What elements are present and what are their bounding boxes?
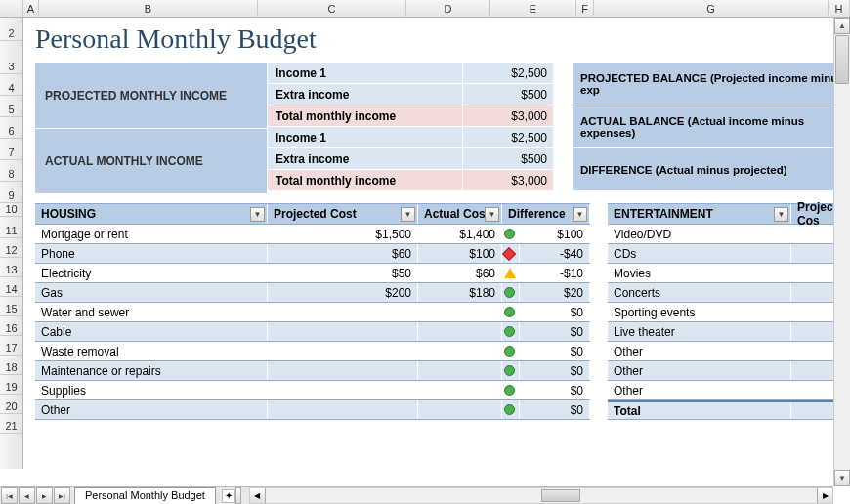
row-head-13[interactable]: 13	[0, 258, 22, 277]
row-head-5[interactable]: 5	[0, 96, 22, 117]
table-row[interactable]: Total	[608, 400, 850, 420]
difference-value[interactable]: $0	[520, 400, 590, 419]
housing-item[interactable]: Cable	[35, 322, 268, 341]
difference-value[interactable]: $0	[520, 361, 590, 380]
scroll-right-button[interactable]: ▶	[817, 488, 832, 503]
housing-item[interactable]: Waste removal	[35, 342, 268, 360]
housing-item[interactable]: Gas	[35, 283, 268, 302]
col-head-D[interactable]: D	[406, 0, 490, 17]
difference-header[interactable]: Difference▼	[502, 204, 590, 224]
actual-2-value[interactable]: $3,000	[463, 170, 553, 190]
actual-cost[interactable]	[418, 381, 502, 399]
housing-item[interactable]: Other	[35, 400, 268, 419]
entertainment-item[interactable]: Sporting events	[608, 303, 791, 321]
entertainment-item[interactable]: Video/DVD	[608, 225, 791, 243]
hscroll-thumb[interactable]	[541, 489, 580, 502]
scroll-up-button[interactable]: ▲	[834, 18, 850, 34]
entertainment-item[interactable]: Concerts	[608, 283, 791, 302]
row-head-16[interactable]: 16	[0, 316, 22, 336]
housing-item[interactable]: Maintenance or repairs	[35, 361, 268, 380]
scroll-left-button[interactable]: ◀	[250, 488, 266, 503]
projected-2-value[interactable]: $3,000	[463, 105, 553, 126]
row-head-20[interactable]: 20	[0, 395, 22, 414]
difference-value[interactable]: $0	[520, 342, 590, 360]
difference-value[interactable]: $0	[520, 303, 590, 321]
col-head-C[interactable]: C	[258, 0, 406, 17]
difference-value[interactable]: $0	[520, 322, 590, 341]
row-head-3[interactable]: 3	[0, 41, 22, 74]
tab-nav-next[interactable]: ▶	[36, 487, 53, 504]
projected-cost[interactable]: $60	[268, 244, 418, 263]
col-head-H[interactable]: H	[829, 0, 850, 17]
table-row[interactable]: Cable$0	[35, 322, 590, 342]
actual-cost[interactable]	[418, 400, 502, 419]
projected-cost[interactable]	[268, 361, 418, 380]
difference-value[interactable]: -$10	[520, 264, 590, 282]
projected-cost[interactable]	[268, 381, 418, 399]
housing-item[interactable]: Mortgage or rent	[35, 225, 268, 243]
entertainment-item[interactable]: Other	[608, 381, 791, 399]
table-row[interactable]: Supplies$0	[35, 381, 590, 400]
vertical-scrollbar[interactable]: ▲ ▼	[833, 18, 850, 486]
row-head-14[interactable]: 14	[0, 277, 22, 297]
row-head-8[interactable]: 8	[0, 160, 22, 182]
table-row[interactable]: Concerts	[608, 283, 850, 303]
projected-cost[interactable]: $1,500	[268, 225, 418, 243]
projected-1-value[interactable]: $500	[463, 84, 553, 105]
filter-dropdown-icon[interactable]: ▼	[573, 207, 587, 222]
entertainment-item[interactable]: Other	[608, 361, 791, 380]
actual-cost[interactable]	[418, 361, 502, 380]
row-head-10[interactable]: 10	[0, 203, 22, 217]
housing-item[interactable]: Water and sewer	[35, 303, 268, 321]
filter-dropdown-icon[interactable]: ▼	[774, 207, 788, 222]
projected-cost[interactable]	[268, 303, 418, 321]
table-row[interactable]: CDs	[608, 244, 850, 264]
difference-value[interactable]: $0	[520, 381, 590, 399]
table-row[interactable]: Live theater	[608, 322, 850, 342]
tab-nav-prev[interactable]: ◀	[19, 487, 35, 504]
row-head-9[interactable]: 9	[0, 182, 22, 203]
col-head-B[interactable]: B	[39, 0, 258, 17]
actual-cost[interactable]: $100	[418, 244, 502, 263]
entertainment-item[interactable]: Movies	[608, 264, 791, 282]
housing-header[interactable]: HOUSING▼	[35, 204, 268, 224]
row-head-7[interactable]: 7	[0, 139, 22, 160]
filter-dropdown-icon[interactable]: ▼	[485, 207, 499, 222]
table-row[interactable]: Other	[608, 381, 850, 400]
tab-nav-first[interactable]: |◀	[1, 487, 18, 504]
scroll-down-button[interactable]: ▼	[834, 470, 850, 486]
housing-item[interactable]: Electricity	[35, 264, 268, 282]
actual-cost[interactable]: $60	[418, 264, 502, 282]
housing-item[interactable]: Supplies	[35, 381, 268, 399]
projected-0-value[interactable]: $2,500	[463, 63, 553, 83]
table-row[interactable]: Sporting events	[608, 303, 850, 322]
row-head-6[interactable]: 6	[0, 117, 22, 139]
projected-cost[interactable]: $200	[268, 283, 418, 302]
filter-dropdown-icon[interactable]: ▼	[401, 207, 415, 222]
row-head-2[interactable]: 2	[0, 18, 22, 41]
table-row[interactable]: Phone$60$100-$40	[35, 244, 590, 264]
sheet-tab[interactable]: Personal Monthly Budget	[74, 487, 216, 504]
table-row[interactable]: Video/DVD	[608, 225, 850, 244]
actual-cost[interactable]: $180	[418, 283, 502, 302]
filter-dropdown-icon[interactable]: ▼	[250, 207, 265, 222]
table-row[interactable]: Other$0	[35, 400, 590, 420]
actual-cost-header[interactable]: Actual Cost▼	[418, 204, 502, 224]
row-head-18[interactable]: 18	[0, 356, 22, 375]
row-head-11[interactable]: 11	[0, 217, 22, 238]
actual-1-value[interactable]: $500	[463, 148, 553, 169]
projected-cost[interactable]	[268, 322, 418, 341]
row-head-12[interactable]: 12	[0, 238, 22, 258]
actual-0-value[interactable]: $2,500	[463, 127, 553, 147]
projected-cost[interactable]	[268, 342, 418, 360]
housing-item[interactable]: Phone	[35, 244, 268, 263]
entertainment-item[interactable]: Other	[608, 342, 791, 360]
actual-cost[interactable]	[418, 303, 502, 321]
horizontal-scrollbar[interactable]: ◀ ▶	[249, 487, 833, 504]
worksheet[interactable]: Personal Monthly BudgetPROJECTED MONTHLY…	[23, 18, 850, 469]
table-row[interactable]: Other	[608, 342, 850, 361]
row-head-19[interactable]: 19	[0, 375, 22, 395]
table-row[interactable]: Movies	[608, 264, 850, 283]
projected-cost-header[interactable]: Projected Cost▼	[268, 204, 418, 224]
entertainment-item[interactable]: CDs	[608, 244, 791, 263]
